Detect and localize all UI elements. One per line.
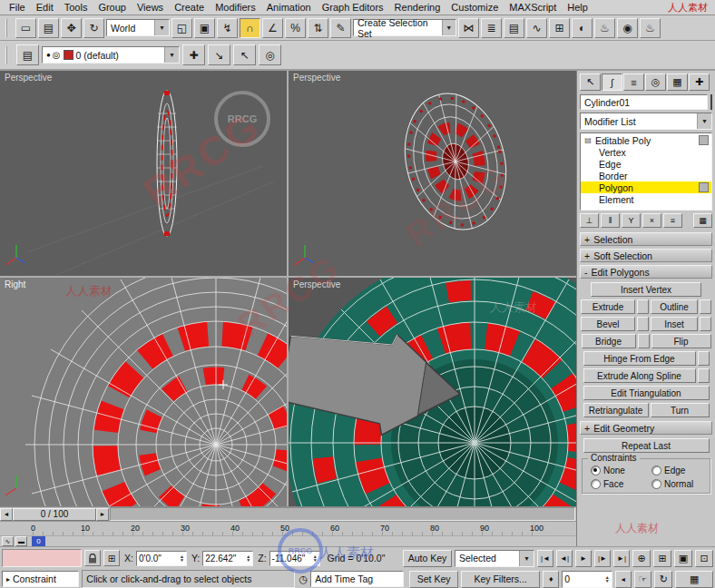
time-slider-next-arrow[interactable]: ► xyxy=(96,508,109,521)
auto-key-button[interactable]: Auto Key xyxy=(403,550,452,567)
menu-item-animation[interactable]: Animation xyxy=(261,1,317,14)
menu-item-modifiers[interactable]: Modifiers xyxy=(210,1,261,14)
schematic-view-icon[interactable]: ⊞ xyxy=(549,18,570,38)
y-coord-field[interactable]: 22.642"▲▼ xyxy=(202,551,253,566)
menu-item-file[interactable]: File xyxy=(4,1,31,14)
chevron-down-icon[interactable]: ▼ xyxy=(697,113,711,129)
select-and-move-icon[interactable]: ✥ xyxy=(61,18,82,38)
constraint-face-radio[interactable]: Face xyxy=(585,479,646,489)
extrude-along-spline-settings-button[interactable] xyxy=(698,368,710,383)
menu-item-create[interactable]: Create xyxy=(169,1,210,14)
select-and-rotate-icon[interactable]: ↻ xyxy=(83,18,104,38)
next-frame-button[interactable]: |► xyxy=(594,550,611,567)
reference-coordsys-dropdown[interactable]: World ▼ xyxy=(106,19,170,36)
spinner-icon[interactable]: ▲▼ xyxy=(180,554,184,562)
inset-button[interactable]: Inset xyxy=(651,317,698,331)
flip-button[interactable]: Flip xyxy=(651,334,711,348)
bridge-settings-button[interactable] xyxy=(638,334,650,348)
arc-rotate-icon[interactable]: ↻ xyxy=(654,571,672,588)
constraint-none-radio[interactable]: None xyxy=(585,466,646,475)
layer-list-icon[interactable]: ▤ xyxy=(16,44,39,65)
add-time-tag-field[interactable]: Add Time Tag xyxy=(310,571,404,587)
chevron-down-icon[interactable]: ▼ xyxy=(164,47,179,63)
time-slider-prev-arrow[interactable]: ◄ xyxy=(0,508,13,521)
current-frame-marker[interactable]: 0 xyxy=(32,536,45,546)
repeat-last-button[interactable]: Repeat Last xyxy=(583,438,710,453)
time-slider-handle[interactable]: 0 / 100 xyxy=(13,508,96,521)
insert-vertex-button[interactable]: Insert Vertex xyxy=(591,282,701,297)
menu-item-tools[interactable]: Tools xyxy=(59,1,93,14)
z-coord-field[interactable]: -11.046"▲▼ xyxy=(269,551,320,566)
zoom-icon[interactable]: ⊕ xyxy=(632,550,651,567)
stack-item-border[interactable]: Border xyxy=(581,170,711,181)
align-icon[interactable]: ≣ xyxy=(481,18,502,38)
create-new-layer-icon[interactable]: ✚ xyxy=(182,44,205,65)
zoom-extents-icon[interactable]: ▣ xyxy=(674,550,692,567)
show-selection-range-button[interactable]: ▬ xyxy=(15,536,27,546)
chevron-down-icon[interactable]: ▼ xyxy=(154,20,169,35)
rollout-edit-polygons[interactable]: - Edit Polygons xyxy=(580,265,712,279)
retriangulate-button[interactable]: Retriangulate xyxy=(583,403,649,417)
named-selection-set-dropdown[interactable]: Create Selection Set ▼ xyxy=(353,19,456,36)
key-filters-button[interactable]: Key Filters... xyxy=(461,571,540,588)
go-to-end-button[interactable]: ►| xyxy=(613,550,630,567)
go-to-start-button[interactable]: |◄ xyxy=(537,550,553,567)
previous-frame-button[interactable]: ◄| xyxy=(556,550,573,567)
stack-options-button[interactable]: ▦ xyxy=(693,213,712,228)
material-editor-icon[interactable]: ◐ xyxy=(572,18,593,38)
select-by-name-icon[interactable]: ▤ xyxy=(38,18,59,38)
object-name-field[interactable] xyxy=(580,94,708,110)
play-button[interactable]: ► xyxy=(575,550,592,567)
stack-item-edge[interactable]: Edge xyxy=(581,158,711,170)
chevron-down-icon[interactable]: ▼ xyxy=(519,551,534,566)
pan-icon[interactable]: ☞ xyxy=(634,571,652,588)
track-bar[interactable]: 0 10 20 30 40 50 60 70 80 90 100 xyxy=(0,521,576,535)
spinner-icon[interactable]: ▲▼ xyxy=(246,554,250,562)
spinner-icon[interactable]: ▲▼ xyxy=(605,575,610,583)
hinge-from-edge-button[interactable]: Hinge From Edge xyxy=(583,351,696,366)
snap-toggle-icon[interactable]: ∩ xyxy=(240,18,260,38)
pin-stack-button[interactable]: ⊥ xyxy=(580,213,599,228)
menu-item-maxscript[interactable]: MAXScript xyxy=(504,1,562,14)
current-layer-dropdown[interactable]: ● ◎ 0 (default) ▼ xyxy=(42,46,180,64)
time-slider-track[interactable] xyxy=(110,507,575,521)
select-and-manipulate-icon[interactable]: ↯ xyxy=(217,18,238,38)
use-pivot-center-icon[interactable]: ▣ xyxy=(194,18,215,38)
tab-create[interactable]: ↖ xyxy=(580,74,601,91)
spinner-icon[interactable]: ▲▼ xyxy=(313,554,318,562)
toolbar-grip[interactable] xyxy=(5,19,11,37)
bevel-settings-button[interactable] xyxy=(637,317,649,331)
menu-item-graph-editors[interactable]: Graph Editors xyxy=(317,1,389,14)
menu-item-help[interactable]: Help xyxy=(562,1,593,14)
render-setup-icon[interactable]: ♨ xyxy=(594,18,615,38)
menu-item-views[interactable]: Views xyxy=(132,1,169,14)
toolbar-grip[interactable] xyxy=(5,46,11,64)
tab-motion[interactable]: ◎ xyxy=(645,74,666,91)
maximize-viewport-icon[interactable]: ▦ xyxy=(675,571,713,588)
percent-snap-icon[interactable]: % xyxy=(285,18,306,38)
spinner-snap-icon[interactable]: ⇅ xyxy=(308,18,328,38)
tab-display[interactable]: ▦ xyxy=(667,74,688,91)
stack-item-editable-poly[interactable]: ▤ Editable Poly xyxy=(581,134,711,146)
show-end-result-button[interactable]: ‖ xyxy=(601,213,620,228)
stack-result-chip[interactable] xyxy=(699,182,709,192)
rollout-soft-selection[interactable]: + Soft Selection xyxy=(580,249,712,262)
selection-lock-icon[interactable] xyxy=(84,550,101,566)
stack-item-vertex[interactable]: Vertex xyxy=(581,146,711,158)
zoom-all-icon[interactable]: ⊞ xyxy=(653,550,671,567)
viewport-top-left[interactable]: Perspective xyxy=(0,71,287,276)
extrude-button[interactable]: Extrude xyxy=(581,299,635,314)
stack-item-element[interactable]: Element xyxy=(581,193,711,205)
layer-manager-icon[interactable]: ▤ xyxy=(504,18,524,38)
stack-item-polygon[interactable]: Polygon xyxy=(581,181,711,193)
set-current-layer-icon[interactable]: ◎ xyxy=(259,44,281,65)
viewport-top-right[interactable]: Perspective xyxy=(289,71,576,276)
viewport-bottom-left[interactable]: Right xyxy=(0,278,287,506)
key-mode-toggle-icon[interactable]: ♦ xyxy=(543,571,559,588)
viewport-label[interactable]: Perspective xyxy=(293,279,340,289)
viewport-label[interactable]: Perspective xyxy=(293,73,340,83)
object-color-swatch[interactable] xyxy=(710,94,712,110)
hinge-settings-button[interactable] xyxy=(698,351,710,366)
menu-item-group[interactable]: Group xyxy=(93,1,132,14)
set-key-button[interactable]: Set Key xyxy=(409,571,458,588)
